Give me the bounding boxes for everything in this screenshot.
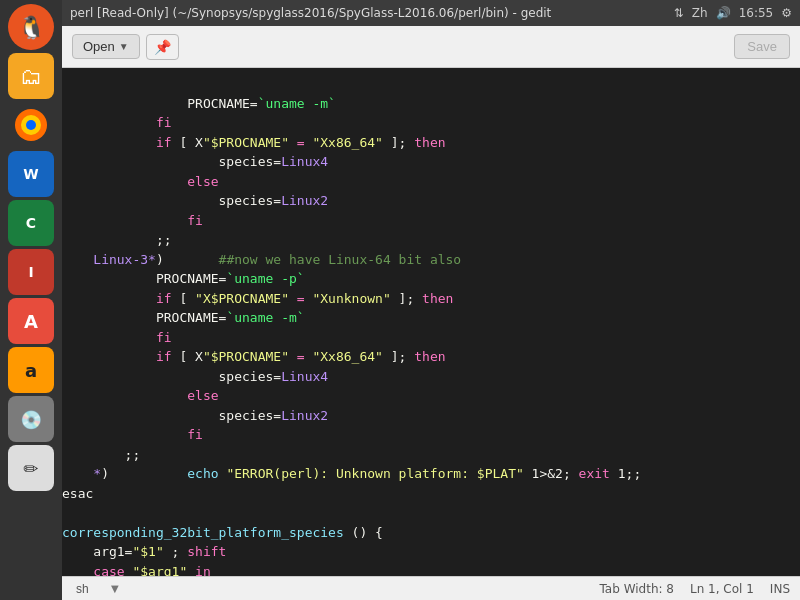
- clock: 16:55: [739, 6, 774, 20]
- lang-indicator: Zh: [692, 6, 708, 20]
- status-bar: sh bash perl ▼ Tab Width: 8 Ln 1, Col 1 …: [62, 576, 800, 600]
- language-selector[interactable]: sh bash perl: [72, 581, 107, 597]
- svg-point-2: [26, 120, 36, 130]
- impress-icon[interactable]: I: [8, 249, 54, 295]
- font-icon[interactable]: A: [8, 298, 54, 344]
- amazon-icon[interactable]: a: [8, 347, 54, 393]
- status-right: Tab Width: 8 Ln 1, Col 1 INS: [600, 582, 791, 596]
- dock: 🐧 🗂 W C I A a 💿 ✏: [0, 0, 62, 600]
- title-text: perl [Read-Only] (~/Synopsys/spyglass201…: [70, 6, 551, 20]
- volume-icon: 🔊: [716, 6, 731, 20]
- ins-mode: INS: [770, 582, 790, 596]
- files-icon[interactable]: 🗂: [8, 53, 54, 99]
- gedit-window: Open ▼ 📌 Save PROCNAME=`uname -m` fi if …: [62, 26, 800, 600]
- status-left: sh bash perl ▼: [72, 581, 119, 597]
- code-content: PROCNAME=`uname -m` fi if [ X"$PROCNAME"…: [62, 68, 800, 576]
- toolbar-left: Open ▼ 📌: [72, 34, 179, 60]
- lang-arrow: ▼: [111, 583, 119, 594]
- toolbar: Open ▼ 📌 Save: [62, 26, 800, 68]
- settings-icon[interactable]: ⚙: [781, 6, 792, 20]
- edit-icon[interactable]: ✏: [8, 445, 54, 491]
- drive-icon[interactable]: 💿: [8, 396, 54, 442]
- ubuntu-icon[interactable]: 🐧: [8, 4, 54, 50]
- calc-icon[interactable]: C: [8, 200, 54, 246]
- firefox-icon[interactable]: [8, 102, 54, 148]
- open-label: Open: [83, 39, 115, 54]
- open-button[interactable]: Open ▼: [72, 34, 140, 59]
- save-button[interactable]: Save: [734, 34, 790, 59]
- tab-width: Tab Width: 8: [600, 582, 674, 596]
- chevron-down-icon: ▼: [119, 41, 129, 52]
- writer-icon[interactable]: W: [8, 151, 54, 197]
- window-title: perl [Read-Only] (~/Synopsys/spyglass201…: [70, 6, 551, 20]
- system-indicators: ⇅ Zh 🔊 16:55 ⚙: [674, 6, 792, 20]
- code-editor[interactable]: PROCNAME=`uname -m` fi if [ X"$PROCNAME"…: [62, 68, 800, 576]
- sort-icon: ⇅: [674, 6, 684, 20]
- cursor-position: Ln 1, Col 1: [690, 582, 754, 596]
- pin-button[interactable]: 📌: [146, 34, 179, 60]
- system-bar: perl [Read-Only] (~/Synopsys/spyglass201…: [62, 0, 800, 26]
